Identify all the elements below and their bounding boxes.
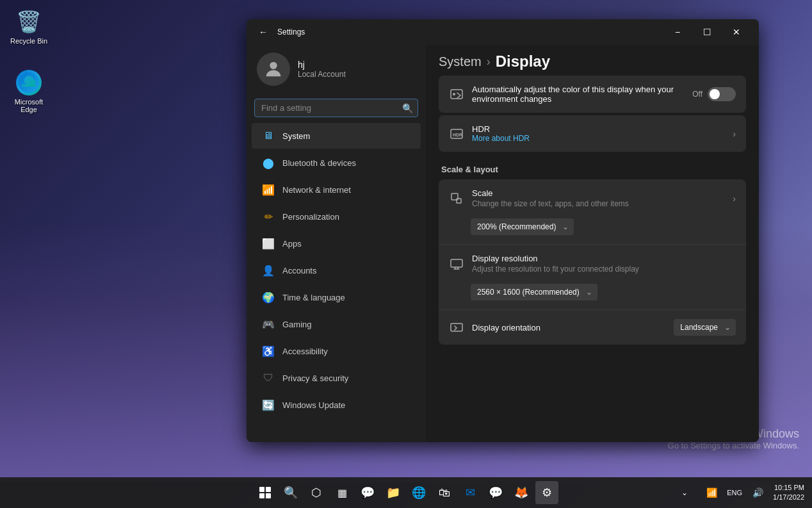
- apps-icon: ⬜: [262, 237, 275, 250]
- hdr-icon: HDR: [449, 126, 464, 142]
- svg-rect-12: [259, 493, 264, 498]
- scale-value: 200% (Recommended): [477, 222, 556, 231]
- auto-color-row[interactable]: Automatically adjust the color of this d…: [439, 76, 746, 113]
- edge-label: Microsoft Edge: [9, 98, 49, 113]
- network-label: Network & internet: [282, 185, 351, 195]
- taskbar-language: ENG: [727, 489, 742, 496]
- user-profile[interactable]: hj Local Account: [247, 45, 426, 94]
- taskbar-right: ⌄ 📶 ENG 🔊 10:15 PM 1/17/2022: [673, 481, 804, 504]
- taskbar-messages[interactable]: 💬: [484, 481, 507, 504]
- back-button[interactable]: ←: [254, 23, 272, 41]
- maximize-button[interactable]: ☐: [692, 22, 722, 42]
- windows-update-icon: 🔄: [262, 398, 275, 411]
- breadcrumb-system: System: [439, 54, 482, 69]
- taskbar-network-status[interactable]: 📶: [700, 481, 723, 504]
- minimize-button[interactable]: −: [663, 22, 692, 42]
- user-name: hj: [298, 60, 416, 70]
- taskbar-yandex[interactable]: 🦊: [510, 481, 533, 504]
- sidebar-item-time[interactable]: 🌍 Time & language: [252, 284, 421, 310]
- taskbar-search[interactable]: 🔍: [279, 481, 302, 504]
- time-icon: 🌍: [262, 291, 275, 304]
- scale-title: Scale: [472, 188, 725, 198]
- taskbar-clock[interactable]: 10:15 PM 1/17/2022: [773, 483, 804, 503]
- scale-row[interactable]: Scale Change the size of text, apps, and…: [439, 179, 746, 245]
- orientation-dropdown[interactable]: Landscape: [674, 319, 736, 336]
- scale-arrow-icon: ›: [733, 193, 736, 204]
- taskbar-teams[interactable]: 💬: [356, 481, 379, 504]
- microsoft-edge-icon[interactable]: Microsoft Edge: [6, 67, 51, 116]
- search-icon: 🔍: [402, 103, 413, 113]
- orientation-value: Landscape: [680, 323, 718, 332]
- taskbar-widgets[interactable]: ▦: [330, 481, 353, 504]
- taskbar-sound[interactable]: 🔊: [746, 481, 769, 504]
- scale-layout-header: Scale & layout: [439, 154, 746, 179]
- auto-color-control: Off: [692, 87, 736, 101]
- svg-rect-8: [451, 259, 462, 267]
- right-panel: System › Display Automatically adjust th…: [426, 45, 759, 442]
- resolution-dropdown[interactable]: 2560 × 1600 (Recommended): [471, 284, 597, 300]
- taskbar-store[interactable]: 🛍: [433, 481, 456, 504]
- sidebar-item-accounts[interactable]: 👤 Accounts: [252, 258, 421, 283]
- activate-subtitle: Go to Settings to activate Windows.: [668, 441, 799, 450]
- sidebar-item-windows-update[interactable]: 🔄 Windows Update: [252, 392, 421, 418]
- hdr-card: HDR HDR More about HDR ›: [439, 115, 746, 152]
- resolution-info: Display resolution Adjust the resolution…: [472, 254, 736, 274]
- edge-image: [16, 70, 42, 95]
- taskbar-explorer[interactable]: 📁: [382, 481, 405, 504]
- sidebar-item-system[interactable]: 🖥 System: [252, 123, 421, 149]
- search-input[interactable]: [254, 99, 418, 117]
- svg-rect-7: [457, 199, 461, 203]
- clock-date: 1/17/2022: [773, 493, 804, 502]
- taskbar-settings[interactable]: ⚙: [535, 481, 558, 504]
- sidebar-item-personalization[interactable]: ✏ Personalization: [252, 204, 421, 229]
- taskbar-edge[interactable]: 🌐: [407, 481, 430, 504]
- network-icon: 📶: [262, 183, 275, 196]
- taskbar: 🔍 ⬡ ▦ 💬 📁 🌐 🛍 ✉ 💬 🦊 ⚙ ⌄ 📶 ENG 🔊 10:15 PM…: [0, 477, 812, 508]
- sidebar-item-network[interactable]: 📶 Network & internet: [252, 177, 421, 202]
- avatar: [257, 53, 290, 86]
- svg-rect-11: [266, 487, 271, 492]
- search-box: 🔍: [254, 99, 418, 117]
- svg-text:HDR: HDR: [453, 133, 462, 137]
- sidebar-item-privacy[interactable]: 🛡 Privacy & security: [252, 365, 421, 391]
- time-label: Time & language: [282, 293, 345, 302]
- scale-dropdown[interactable]: 200% (Recommended): [471, 218, 574, 235]
- scale-layout-card: Scale Change the size of text, apps, and…: [439, 179, 746, 345]
- orientation-row[interactable]: Display orientation Landscape: [439, 310, 746, 345]
- windows-update-label: Windows Update: [282, 400, 345, 410]
- sidebar-item-apps[interactable]: ⬜ Apps: [252, 231, 421, 256]
- taskbar-task-view[interactable]: ⬡: [305, 481, 328, 504]
- hdr-link[interactable]: More about HDR: [472, 134, 725, 143]
- auto-color-info: Automatically adjust the color of this d…: [472, 85, 685, 104]
- svg-point-3: [453, 93, 455, 95]
- bluetooth-label: Bluetooth & devices: [282, 158, 356, 168]
- hdr-row[interactable]: HDR HDR More about HDR ›: [439, 115, 746, 152]
- svg-point-1: [270, 62, 277, 69]
- taskbar-chevron[interactable]: ⌄: [673, 481, 696, 504]
- title-bar: ← Settings − ☐ ✕: [247, 19, 759, 45]
- auto-color-icon: [449, 86, 464, 102]
- svg-rect-13: [266, 493, 271, 498]
- auto-color-toggle[interactable]: [708, 87, 736, 101]
- system-label: System: [282, 131, 310, 141]
- hdr-chevron: ›: [733, 129, 736, 139]
- taskbar-mail[interactable]: ✉: [459, 481, 482, 504]
- orientation-title: Display orientation: [472, 323, 666, 332]
- scale-info: Scale Change the size of text, apps, and…: [472, 188, 725, 208]
- accounts-icon: 👤: [262, 264, 275, 277]
- svg-rect-2: [451, 90, 462, 99]
- window-controls: − ☐ ✕: [663, 22, 751, 42]
- sidebar-item-gaming[interactable]: 🎮 Gaming: [252, 311, 421, 337]
- start-button[interactable]: [254, 481, 277, 504]
- clock-time: 10:15 PM: [773, 483, 804, 493]
- resolution-row[interactable]: Display resolution Adjust the resolution…: [439, 245, 746, 310]
- resolution-desc: Adjust the resolution to fit your connec…: [472, 265, 736, 274]
- desktop: 🗑️ Recycle Bin Microsoft Edge Activate W…: [0, 0, 812, 508]
- sidebar-item-bluetooth[interactable]: ⬤ Bluetooth & devices: [252, 150, 421, 176]
- sidebar-item-accessibility[interactable]: ♿ Accessibility: [252, 338, 421, 364]
- close-button[interactable]: ✕: [722, 22, 751, 42]
- recycle-bin-image: 🗑️: [16, 9, 42, 35]
- auto-color-title: Automatically adjust the color of this d…: [472, 85, 685, 104]
- recycle-bin-icon[interactable]: 🗑️ Recycle Bin: [6, 6, 51, 47]
- bluetooth-icon: ⬤: [262, 156, 275, 169]
